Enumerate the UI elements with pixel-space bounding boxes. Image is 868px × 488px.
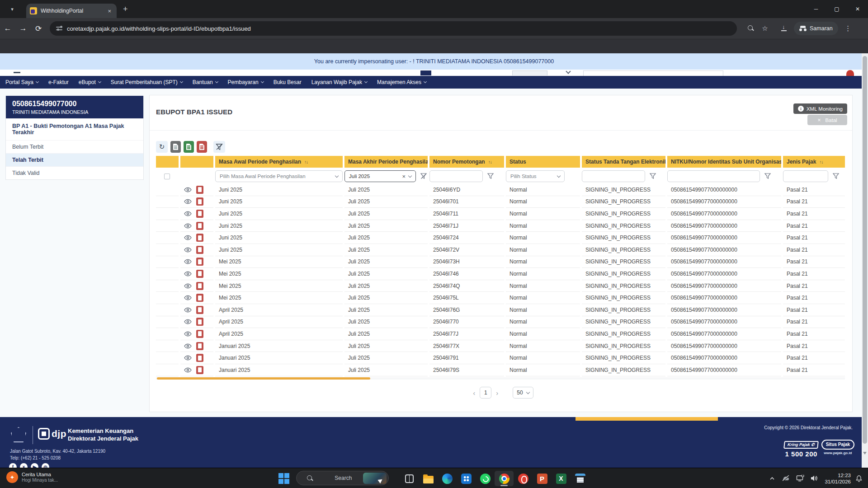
filter-icon[interactable] [764,173,771,180]
zoom-icon[interactable] [743,25,758,33]
export-excel-button[interactable] [184,141,194,153]
search-highlight-image[interactable] [363,473,387,484]
nav-item-portal-saya[interactable]: Portal Saya [5,79,38,85]
ttd-filter-input[interactable] [582,170,645,182]
clear-filters-button[interactable] [213,141,225,153]
table-horizontal-scrollbar[interactable] [156,377,845,380]
nav-item-layanan-wajib-pajak[interactable]: Layanan Wajib Pajak [311,79,367,85]
url-bar[interactable]: coretaxdjp.pajak.go.id/withholding-slips… [50,21,737,36]
browser-tab[interactable]: WithholdingPortal × [26,4,117,18]
nav-item-pembayaran[interactable]: Pembayaran [228,79,264,85]
pdf-download-icon[interactable] [196,294,203,302]
pdf-download-icon[interactable] [196,270,203,278]
portal-search-partial[interactable] [583,70,723,76]
view-icon[interactable] [184,355,192,361]
export-pdf-button[interactable] [197,141,207,153]
incognito-profile-badge[interactable]: Samaran [794,22,838,35]
column-header-jenis[interactable]: Jenis Pajak↑↓ [783,156,845,168]
next-page-icon[interactable]: › [496,389,498,397]
chrome-app[interactable] [495,471,514,486]
start-button[interactable] [278,473,289,484]
column-header-status[interactable]: Status Tanda Tangan Elektronik... [582,156,665,168]
nav-item-ebupot[interactable]: eBupot [79,79,101,85]
filter-icon[interactable] [487,173,494,180]
view-icon[interactable] [184,331,192,337]
taskbar-search[interactable]: Search [296,471,389,485]
red-app-app[interactable] [514,471,533,486]
view-icon[interactable] [184,247,192,253]
view-icon[interactable] [184,367,192,373]
pdf-download-icon[interactable] [196,318,203,326]
nav-item-manajemen-akses[interactable]: Manajemen Akses [377,79,426,85]
view-icon[interactable] [184,223,192,229]
filter-icon[interactable] [649,173,656,180]
view-icon[interactable] [184,199,192,204]
nav-item-buku-besar[interactable]: Buku Besar [274,79,302,85]
select-all-checkbox[interactable] [164,174,170,179]
status-filter-select[interactable]: Pilih Status [506,170,565,182]
pdf-download-icon[interactable] [196,210,203,218]
view-icon[interactable] [184,319,192,324]
minimize-icon[interactable]: ─ [806,6,826,12]
file-explorer-app[interactable] [419,471,438,486]
view-icon[interactable] [184,283,192,289]
column-header-status[interactable]: Status [506,156,580,168]
column-header-nomor[interactable]: Nomor Pemotongan↑↓ [429,156,504,168]
view-icon[interactable] [184,211,192,216]
view-icon[interactable] [184,271,192,277]
scrollbar-thumb[interactable] [863,56,867,444]
refresh-button[interactable]: ↻ [156,141,168,153]
sidebar-item-tidak-valid[interactable]: Tidak Valid [6,166,143,179]
jenis-filter-input[interactable] [783,170,828,182]
edge-app[interactable] [438,471,457,486]
sidebar-item-telah-terbit[interactable]: Telah Terbit [6,153,143,166]
tab-close-icon[interactable]: × [106,8,113,14]
filter-slash-icon[interactable] [420,173,427,180]
menu-kebab-icon[interactable]: ⋮ [841,24,855,33]
pdf-download-icon[interactable] [196,246,203,254]
avatar[interactable] [846,70,854,76]
nomor-filter-input[interactable] [429,170,483,182]
pdf-download-icon[interactable] [196,258,203,266]
masa-awal-filter-select[interactable]: Pilih Masa Awal Periode Penghasilan [215,170,343,182]
network-icon[interactable] [796,475,804,482]
pdf-download-icon[interactable] [196,366,203,374]
pdf-download-icon[interactable] [196,342,203,350]
page-scrollbar[interactable] [862,53,868,468]
pdf-download-icon[interactable] [196,306,203,314]
store-app[interactable] [457,471,476,486]
taskbar-clock[interactable]: 12:23 31/01/2026 [825,472,851,485]
pdf-download-icon[interactable] [196,234,203,242]
view-icon[interactable] [184,295,192,300]
maximize-icon[interactable]: ▢ [826,6,847,12]
nav-item-e-faktur[interactable]: e-Faktur [48,79,69,85]
pdf-download-icon[interactable] [196,330,203,338]
clear-filter-icon[interactable]: × [402,173,406,180]
page-size-select[interactable]: 50 [513,387,533,399]
task-view-app[interactable] [400,471,419,486]
sidebar-item-belum-terbit[interactable]: Belum Terbit [6,140,143,153]
notification-toast[interactable]: ✦ Cerita Utama Hogi Minaya tak... [6,471,58,483]
volume-icon[interactable] [811,475,818,482]
sort-icon[interactable]: ↑↓ [819,160,823,164]
notepad-app[interactable] [571,471,590,486]
view-icon[interactable] [184,307,192,313]
scrollbar-thumb[interactable] [157,377,370,380]
nav-item-bantuan[interactable]: Bantuan [193,79,218,85]
pdf-download-icon[interactable] [196,222,203,230]
nav-item-surat-pemberitahuan-spt-[interactable]: Surat Pemberitahuan (SPT) [111,79,183,85]
view-icon[interactable] [184,235,192,240]
excel-app[interactable]: X [552,471,571,486]
prev-page-icon[interactable]: ‹ [473,389,475,397]
tab-search-icon[interactable]: ▾ [5,2,19,16]
current-page-button[interactable]: 1 [480,387,491,399]
column-header-masa[interactable]: Masa Awal Periode Penghasilan↑↓ [215,156,343,168]
reload-icon[interactable]: ⟳ [31,24,46,33]
pdf-download-icon[interactable] [196,186,203,194]
nitku-filter-input[interactable] [667,170,760,182]
hamburger-icon[interactable] [14,72,20,73]
scroll-down-arrow-icon[interactable] [863,452,867,456]
masa-akhir-filter-select[interactable]: Juli 2025 × [344,170,416,182]
view-icon[interactable] [184,187,192,192]
view-icon[interactable] [184,259,192,264]
